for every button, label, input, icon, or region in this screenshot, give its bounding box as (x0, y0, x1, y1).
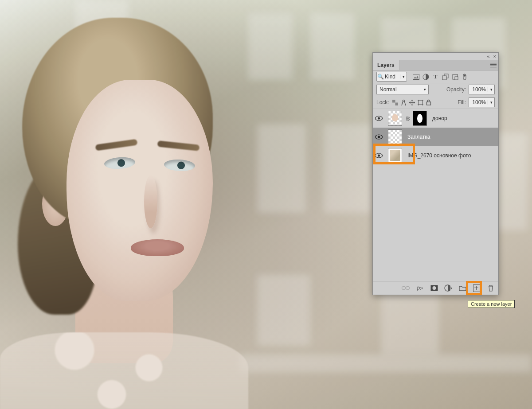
layers-tab[interactable]: Layers (373, 60, 399, 70)
mask-link-icon[interactable]: ⛓ (406, 116, 409, 121)
filter-adjustment-icon[interactable] (422, 73, 429, 80)
chevron-down-icon: ▾ (421, 87, 428, 92)
fill-label: Fill: (458, 99, 466, 105)
lock-pixels-icon[interactable] (400, 99, 407, 106)
svg-rect-3 (442, 76, 446, 80)
layer-list: ⛓ донор Заплатка IMG_2670 основное фото (373, 109, 498, 269)
layer-row[interactable]: Заплатка (373, 128, 498, 146)
visibility-toggle[interactable] (373, 128, 384, 146)
visibility-toggle[interactable] (373, 146, 384, 165)
svg-rect-13 (427, 102, 431, 105)
layer-mask-thumbnail[interactable] (413, 111, 427, 126)
add-mask-icon[interactable] (430, 284, 438, 292)
svg-point-7 (464, 74, 466, 76)
layers-panel-footer: fx▾ ▾ (373, 281, 498, 295)
layer-thumbnail[interactable] (388, 148, 402, 163)
svg-rect-10 (395, 102, 398, 105)
layer-name[interactable]: IMG_2670 основное фото (406, 152, 496, 159)
menu-icon (490, 63, 497, 67)
filter-pixel-icon[interactable] (412, 73, 419, 80)
filter-kind-dropdown[interactable]: 🔍 Kind ▾ (376, 72, 407, 82)
filter-type-icon[interactable]: T (432, 73, 439, 80)
svg-rect-9 (392, 100, 395, 103)
layer-name[interactable]: Заплатка (406, 134, 496, 140)
svg-point-15 (377, 117, 379, 119)
new-adjustment-layer-icon[interactable]: ▾ (444, 284, 452, 292)
svg-point-11 (403, 100, 405, 101)
svg-point-23 (432, 286, 436, 290)
new-layer-icon[interactable] (473, 284, 481, 292)
lock-label: Lock: (376, 99, 389, 105)
opacity-label: Opacity: (446, 86, 466, 93)
opacity-value: 100% (469, 86, 488, 93)
opacity-input[interactable]: 100% ▾ (469, 85, 495, 94)
layer-row[interactable]: IMG_2670 основное фото (373, 146, 498, 165)
lock-all-icon[interactable] (426, 99, 432, 106)
visibility-toggle[interactable] (373, 109, 384, 128)
svg-rect-12 (419, 101, 422, 105)
filter-shape-icon[interactable] (442, 73, 449, 80)
lock-transparency-icon[interactable] (392, 99, 399, 106)
lock-artboard-icon[interactable] (417, 99, 424, 106)
collapse-panel-icon[interactable]: « (487, 54, 489, 59)
svg-rect-0 (413, 74, 419, 79)
layer-name[interactable]: донор (430, 115, 496, 121)
chevron-down-icon: ▾ (488, 100, 494, 105)
chevron-down-icon: ▾ (488, 87, 494, 92)
lock-fill-row: Lock: Fill: 100% ▾ (373, 96, 498, 109)
svg-point-19 (377, 154, 379, 156)
search-icon: 🔍 (377, 74, 384, 80)
blend-mode-value: Normal (377, 86, 421, 93)
layer-effects-icon[interactable]: fx▾ (416, 284, 424, 292)
delete-layer-icon[interactable] (487, 284, 495, 292)
filter-row: 🔍 Kind ▾ T (373, 70, 498, 83)
tab-spacer (399, 60, 489, 70)
tooltip: Create a new layer (468, 300, 515, 308)
layers-panel: « × Layers 🔍 Kind ▾ T Normal ▾ Opacity: (372, 52, 499, 295)
panel-menu-button[interactable] (489, 60, 498, 70)
new-group-icon[interactable] (458, 284, 466, 292)
lock-position-icon[interactable] (409, 99, 415, 106)
svg-rect-21 (406, 287, 410, 290)
filter-kind-value: Kind (384, 74, 400, 80)
close-panel-icon[interactable]: × (493, 54, 496, 59)
layer-row[interactable]: ⛓ донор (373, 109, 498, 128)
layer-thumbnail[interactable] (388, 129, 402, 144)
blend-mode-dropdown[interactable]: Normal ▾ (376, 85, 429, 94)
layer-thumbnail[interactable] (388, 111, 402, 126)
eye-icon (375, 134, 383, 140)
filter-smartobject-icon[interactable] (451, 73, 458, 80)
fill-value: 100% (469, 99, 488, 105)
filter-toggle-icon[interactable] (461, 73, 468, 80)
portrait-subject (0, 4, 257, 409)
svg-rect-20 (402, 287, 406, 290)
fill-input[interactable]: 100% ▾ (469, 97, 495, 107)
blend-opacity-row: Normal ▾ Opacity: 100% ▾ (373, 83, 498, 96)
svg-point-17 (377, 136, 379, 138)
svg-rect-5 (455, 77, 458, 80)
link-layers-icon[interactable] (402, 284, 410, 292)
eye-icon (375, 116, 383, 121)
chevron-down-icon: ▾ (400, 74, 407, 79)
eye-icon (375, 153, 383, 158)
